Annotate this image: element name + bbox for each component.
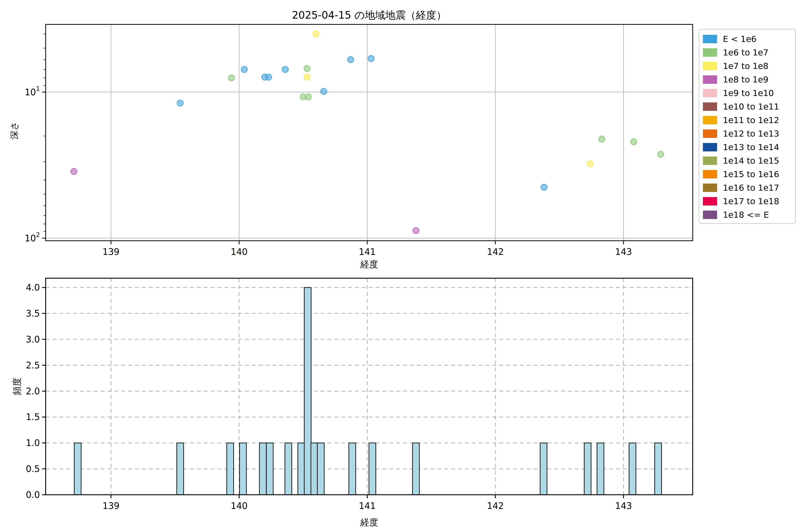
hist-y-tick-label: 4.0 [26, 282, 40, 292]
legend-label: 1e8 to 1e9 [723, 75, 768, 84]
scatter-point [304, 74, 310, 80]
hist-x-tick-label: 139 [102, 501, 119, 511]
scatter-point [599, 136, 605, 142]
legend-entry: 1e10 to 1e11 [703, 100, 795, 113]
histogram-bar [74, 443, 81, 495]
scatter-point [368, 55, 374, 62]
hist-y-tick-label: 0.5 [26, 464, 40, 474]
histogram-bar [540, 443, 547, 495]
histogram-bar [259, 443, 266, 495]
legend-label: 1e13 to 1e14 [723, 143, 779, 152]
hist-x-tick-label: 143 [615, 501, 632, 511]
scatter-x-tick-label: 143 [615, 247, 632, 257]
histogram-bar [413, 443, 419, 495]
histogram-bar [298, 443, 305, 495]
hist-y-tick-label: 1.5 [26, 412, 40, 422]
hist-y-tick-label: 1.0 [26, 438, 40, 448]
scatter-point [631, 139, 637, 145]
scatter-point [313, 31, 319, 37]
scatter-point [347, 57, 354, 63]
histogram-bar [318, 443, 324, 495]
legend-swatch [703, 89, 717, 97]
legend-label: 1e10 to 1e11 [723, 102, 779, 111]
hist-y-tick-label: 2.0 [26, 386, 40, 396]
legend-entry: 1e11 to 1e12 [703, 113, 795, 127]
legend-label: 1e12 to 1e13 [723, 129, 779, 138]
histogram-bar [266, 443, 273, 495]
scatter-point [305, 94, 311, 100]
scatter-xlabel: 経度 [360, 258, 378, 270]
legend-swatch [703, 130, 717, 138]
legend-swatch [703, 184, 717, 192]
legend-swatch [703, 35, 717, 43]
legend-swatch [703, 62, 717, 70]
legend-entry: 1e13 to 1e14 [703, 140, 795, 154]
hist-y-tick-label: 2.5 [26, 360, 40, 370]
legend-entry: 1e12 to 1e13 [703, 127, 795, 140]
legend-entry: 1e14 to 1e15 [703, 154, 795, 167]
legend-entry: 1e9 to 1e10 [703, 86, 795, 100]
legend-label: 1e6 to 1e7 [723, 48, 768, 57]
legend-label: 1e7 to 1e8 [723, 62, 768, 71]
histogram-bar [177, 443, 184, 495]
hist-y-tick-label: 3.5 [26, 308, 40, 319]
hist-y-tick-label: 0.0 [26, 490, 40, 500]
histogram-bar [654, 443, 662, 495]
scatter-point [413, 227, 419, 234]
legend-label: 1e17 to 1e18 [723, 197, 779, 206]
histogram-bar [285, 443, 292, 495]
scatter-point [658, 151, 664, 157]
legend-swatch [703, 143, 717, 151]
legend-entry: 1e16 to 1e17 [703, 181, 795, 194]
legend-label: 1e18 <= E [723, 210, 769, 219]
histogram-bar [584, 443, 591, 495]
legend-label: 1e16 to 1e17 [723, 183, 779, 192]
scatter-point [228, 75, 234, 81]
scatter-y-tick-label: 102 [25, 231, 40, 243]
scatter-point [177, 100, 183, 106]
legend-swatch [703, 170, 717, 178]
scatter-x-tick-label: 140 [231, 247, 248, 257]
hist-x-tick-label: 142 [487, 501, 504, 511]
histogram-bar [304, 287, 311, 495]
histogram-ylabel: 頻度 [11, 378, 23, 395]
legend-entry: E < 1e6 [703, 32, 795, 46]
scatter-point [71, 169, 77, 175]
legend-swatch [703, 48, 717, 57]
legend-entry: 1e6 to 1e7 [703, 46, 795, 59]
legend-entry: 1e8 to 1e9 [703, 73, 795, 86]
scatter-ylabel: 深さ [8, 121, 20, 139]
legend-swatch [703, 156, 717, 165]
scatter-x-tick-label: 139 [102, 247, 119, 257]
histogram-bar [629, 443, 636, 495]
histogram-bar [349, 443, 356, 495]
legend-swatch [703, 116, 717, 125]
scatter-point [321, 88, 327, 94]
scatter-point [587, 161, 593, 167]
scatter-point [241, 66, 247, 73]
hist-x-tick-label: 141 [359, 501, 376, 511]
legend-swatch [703, 197, 717, 206]
histogram-bar [597, 443, 604, 495]
scatter-point [541, 184, 547, 190]
legend-entry: 1e7 to 1e8 [703, 59, 795, 73]
histogram-bar [369, 443, 376, 495]
legend-box: E < 1e61e6 to 1e71e7 to 1e81e8 to 1e91e9… [699, 29, 796, 224]
scatter-point [282, 66, 288, 73]
scatter-point [304, 65, 310, 72]
histogram-bar [311, 443, 318, 495]
scatter-x-tick-label: 142 [487, 247, 504, 257]
legend-entry: 1e18 <= E [703, 208, 795, 222]
histogram-xlabel: 経度 [360, 516, 378, 529]
legend-swatch [703, 75, 717, 84]
scatter-point [266, 74, 272, 80]
legend-swatch [703, 211, 717, 219]
legend-label: 1e11 to 1e12 [723, 116, 779, 125]
figure: 2025-04-15 の地域地震（経度） 1391401411421431011… [0, 0, 798, 532]
legend-label: 1e9 to 1e10 [723, 89, 774, 97]
legend-swatch [703, 102, 717, 111]
scatter-y-tick-label: 101 [25, 85, 40, 97]
legend-entry: 1e15 to 1e16 [703, 167, 795, 181]
plots-canvas: 1391401411421431011021391401411421430.00… [0, 0, 798, 532]
scatter-x-tick-label: 141 [359, 247, 376, 257]
